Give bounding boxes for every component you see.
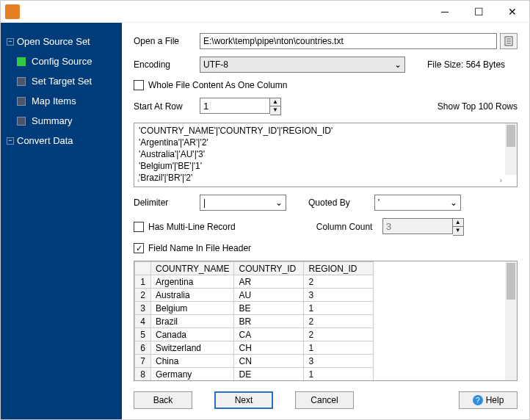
table-scrollbar-vertical[interactable]	[505, 261, 517, 380]
table-header[interactable]: COUNTRY_NAME	[151, 262, 234, 275]
app-icon	[5, 4, 20, 19]
browse-file-button[interactable]	[500, 33, 518, 49]
table-header[interactable]: REGION_ID	[304, 262, 374, 275]
table-row[interactable]: 6SwitzerlandCH1	[135, 341, 374, 355]
start-row-spinner[interactable]: ▲▼	[200, 98, 281, 115]
table-corner	[135, 262, 151, 275]
table-cell[interactable]: Canada	[151, 328, 234, 341]
preview-scrollbar-vertical[interactable]	[505, 123, 517, 175]
table-row[interactable]: 1ArgentinaAR2	[135, 275, 374, 289]
tree-item-convert-data[interactable]: − Convert Data	[4, 131, 119, 151]
chevron-down-icon: ⌄	[275, 198, 283, 208]
data-table-wrap: COUNTRY_NAMECOUNTRY_IDREGION_ID1Argentin…	[134, 261, 518, 381]
start-row-label: Start At Row	[134, 101, 200, 112]
multiline-checkbox[interactable]	[134, 222, 144, 232]
tree-item-summary[interactable]: Summary	[14, 111, 119, 131]
table-cell[interactable]: 3	[304, 289, 374, 302]
encoding-label: Encoding	[134, 59, 200, 70]
tree-collapse-icon[interactable]: −	[7, 38, 14, 46]
tree-item-open-source-set[interactable]: − Open Source Set	[4, 32, 119, 51]
tree-label: Config Source	[32, 56, 92, 67]
row-number: 6	[135, 341, 151, 355]
fieldname-checkbox[interactable]: ✓	[134, 243, 144, 253]
table-row[interactable]: 3BelgiumBE1	[135, 302, 374, 315]
delimiter-label: Delimiter	[134, 198, 200, 208]
spin-up-icon: ▲	[453, 219, 463, 227]
table-cell[interactable]: 2	[304, 328, 374, 341]
quoted-label: Quoted By	[308, 198, 374, 208]
tree-box-icon	[17, 77, 26, 86]
cancel-button[interactable]: Cancel	[295, 391, 354, 409]
whole-file-checkbox[interactable]	[134, 80, 144, 90]
minimize-button[interactable]: ─	[428, 1, 462, 23]
table-cell[interactable]: Australia	[151, 289, 234, 302]
row-number: 2	[135, 289, 151, 302]
quoted-value: '	[378, 198, 380, 208]
table-cell[interactable]: 2	[304, 315, 374, 328]
table-cell[interactable]: Germany	[151, 368, 234, 381]
preview-line: 'COUNTRY_NAME'|'COUNTRY_ID'|'REGION_ID'	[139, 125, 512, 137]
table-cell[interactable]: 1	[304, 302, 374, 315]
table-cell[interactable]: AU	[234, 289, 304, 302]
row-number: 1	[135, 275, 151, 289]
close-button[interactable]: ✕	[495, 1, 529, 23]
table-cell[interactable]: 1	[304, 368, 374, 381]
tree-item-map-items[interactable]: Map Items	[14, 91, 119, 111]
maximize-button[interactable]: ☐	[462, 1, 495, 23]
tree-item-config-source[interactable]: Config Source	[14, 51, 119, 71]
table-cell[interactable]: CN	[234, 355, 304, 368]
spin-up-icon[interactable]: ▲	[270, 98, 280, 106]
delimiter-value: |	[203, 198, 206, 208]
start-row-input[interactable]	[200, 98, 270, 114]
next-button[interactable]: Next	[214, 391, 273, 409]
preview-scrollbar-horizontal[interactable]: ‹›	[134, 175, 505, 187]
table-cell[interactable]: CA	[234, 328, 304, 341]
table-cell[interactable]: 1	[304, 341, 374, 355]
colcount-spinner: ▲▼	[382, 218, 464, 236]
table-cell[interactable]: Switzerland	[151, 341, 234, 355]
titlebar: ─ ☐ ✕	[1, 1, 529, 23]
table-cell[interactable]: China	[151, 355, 234, 368]
table-row[interactable]: 5CanadaCA2	[135, 328, 374, 341]
file-path-input[interactable]	[200, 33, 497, 49]
table-cell[interactable]: 2	[304, 275, 374, 289]
row-number: 7	[135, 355, 151, 368]
tree-label: Convert Data	[17, 135, 73, 146]
table-cell[interactable]: DE	[234, 368, 304, 381]
table-cell[interactable]: Belgium	[151, 302, 234, 315]
table-row[interactable]: 2AustraliaAU3	[135, 289, 374, 302]
help-label: Help	[486, 395, 504, 405]
tree-expand-icon[interactable]: −	[7, 137, 14, 145]
table-cell[interactable]: AR	[234, 275, 304, 289]
open-file-label: Open a File	[134, 36, 200, 46]
spin-down-icon: ▼	[453, 227, 463, 235]
table-row[interactable]: 8GermanyDE1	[135, 368, 374, 381]
help-button[interactable]: ? Help	[459, 391, 518, 409]
quoted-select[interactable]: ' ⌄	[374, 195, 461, 211]
tree-label: Open Source Set	[17, 36, 90, 47]
table-header[interactable]: COUNTRY_ID	[234, 262, 304, 275]
table-row[interactable]: 4BrazilBR2	[135, 315, 374, 328]
table-cell[interactable]: 3	[304, 355, 374, 368]
spin-down-icon[interactable]: ▼	[270, 106, 280, 115]
colcount-input	[382, 218, 453, 234]
table-cell[interactable]: BE	[234, 302, 304, 315]
table-cell[interactable]: CH	[234, 341, 304, 355]
row-number: 4	[135, 315, 151, 328]
tree-label: Map Items	[32, 95, 76, 106]
tree-item-set-target-set[interactable]: Set Target Set	[14, 71, 119, 91]
row-number: 3	[135, 302, 151, 315]
table-cell[interactable]: BR	[234, 315, 304, 328]
chevron-down-icon: ⌄	[394, 59, 402, 70]
table-row[interactable]: 7ChinaCN3	[135, 355, 374, 368]
table-cell[interactable]: Argentina	[151, 275, 234, 289]
file-size-label: File Size: 564 Bytes	[427, 59, 505, 70]
row-number: 8	[135, 368, 151, 381]
preview-line: 'Australia'|'AU'|'3'	[139, 148, 512, 160]
back-button[interactable]: Back	[134, 391, 192, 409]
delimiter-select[interactable]: | ⌄	[200, 195, 286, 211]
tree-label: Summary	[32, 115, 73, 126]
document-icon	[504, 36, 514, 46]
encoding-select[interactable]: UTF-8 ⌄	[200, 57, 405, 73]
table-cell[interactable]: Brazil	[151, 315, 234, 328]
